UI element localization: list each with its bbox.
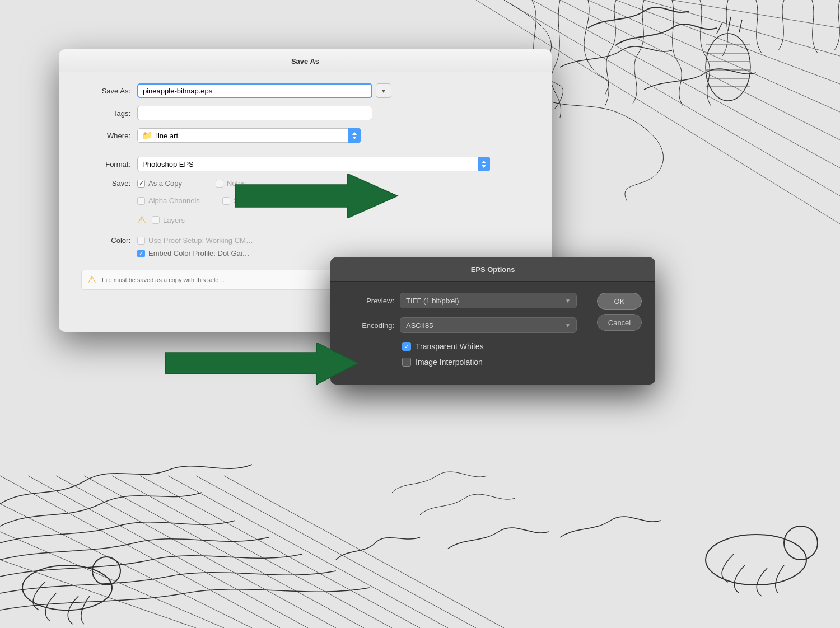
format-row: Format: Photoshop EPS xyxy=(81,157,529,171)
filename-dropdown-btn[interactable]: ▼ xyxy=(376,83,391,98)
format-select[interactable]: Photoshop EPS xyxy=(137,157,478,171)
transparent-whites-row: ✓ Transparent Whites xyxy=(402,342,577,351)
save-as-row: Save As: ▼ xyxy=(81,83,529,98)
embed-color-checkbox[interactable]: ✓ xyxy=(137,250,145,257)
warning-bar-icon: ⚠ xyxy=(87,274,96,286)
embed-color-label: Embed Color Profile: Dot Gai… xyxy=(148,249,250,257)
encoding-dropdown-icon: ▼ xyxy=(565,322,571,329)
encoding-row: Encoding: ASCII85 ▼ xyxy=(344,317,577,333)
transparent-whites-checkbox[interactable]: ✓ xyxy=(402,342,411,351)
dialog-title: Save As xyxy=(291,57,319,65)
as-a-copy-label: As a Copy xyxy=(148,179,182,188)
format-stepper-down-icon xyxy=(482,165,486,168)
spot-colors-row: Spot Colors xyxy=(222,196,272,205)
transparent-whites-label: Transparent Whites xyxy=(416,342,484,351)
eps-ok-button[interactable]: OK xyxy=(597,293,642,310)
filename-input[interactable] xyxy=(137,83,372,98)
eps-cancel-button[interactable]: Cancel xyxy=(597,314,642,331)
embed-color-row: ✓ Embed Color Profile: Dot Gai… xyxy=(137,249,253,257)
encoding-select[interactable]: ASCII85 ▼ xyxy=(400,317,577,333)
spot-colors-checkbox[interactable] xyxy=(222,197,230,205)
image-interpolation-row: Image Interpolation xyxy=(402,358,577,367)
use-proof-row: Use Proof Setup: Working CM… xyxy=(137,236,253,245)
save-section: Save: ✓ As a Copy Notes Alpha Channel xyxy=(81,179,529,228)
where-row: Where: 📁 line art xyxy=(81,128,529,143)
chevron-down-icon: ▼ xyxy=(381,88,386,94)
where-value: line art xyxy=(156,132,345,140)
notes-label: Notes xyxy=(227,179,246,188)
stepper-down-icon xyxy=(352,137,357,139)
preview-value: TIFF (1 bit/pixel) xyxy=(406,297,459,305)
eps-dialog-titlebar: EPS Options xyxy=(330,257,655,282)
folder-icon: 📁 xyxy=(142,130,153,140)
layers-checkbox[interactable] xyxy=(152,216,160,224)
eps-buttons: OK Cancel xyxy=(597,293,642,331)
eps-dialog-title: EPS Options xyxy=(471,265,515,274)
where-label: Where: xyxy=(81,132,137,140)
tags-label: Tags: xyxy=(81,109,137,118)
use-proof-checkbox[interactable] xyxy=(137,237,145,245)
encoding-label: Encoding: xyxy=(344,321,394,330)
preview-label: Preview: xyxy=(344,297,394,305)
where-select[interactable]: 📁 line art xyxy=(137,128,361,143)
stepper-up-icon xyxy=(352,132,357,135)
preview-select[interactable]: TIFF (1 bit/pixel) ▼ xyxy=(400,293,577,308)
preview-row: Preview: TIFF (1 bit/pixel) ▼ xyxy=(344,293,577,308)
tags-row: Tags: xyxy=(81,106,529,120)
alpha-channels-row: Alpha Channels xyxy=(137,196,200,205)
image-interpolation-label: Image Interpolation xyxy=(416,358,483,367)
use-proof-label: Use Proof Setup: Working CM… xyxy=(148,236,253,245)
save-label: Save: xyxy=(81,179,137,188)
filename-label: Save As: xyxy=(81,87,137,95)
format-label: Format: xyxy=(81,160,137,168)
as-a-copy-row: ✓ As a Copy xyxy=(137,179,182,188)
eps-fields: Preview: TIFF (1 bit/pixel) ▼ Encoding: … xyxy=(344,293,577,373)
format-value: Photoshop EPS xyxy=(142,160,194,168)
layers-row: Layers xyxy=(152,216,185,224)
eps-content: Preview: TIFF (1 bit/pixel) ▼ Encoding: … xyxy=(344,293,642,373)
notes-row: Notes xyxy=(216,179,246,188)
preview-dropdown-icon: ▼ xyxy=(565,298,571,304)
alpha-channels-checkbox[interactable] xyxy=(137,197,145,205)
dialog-titlebar: Save As xyxy=(59,49,552,72)
format-stepper[interactable] xyxy=(478,157,490,171)
notes-checkbox[interactable] xyxy=(216,180,223,188)
encoding-value: ASCII85 xyxy=(406,321,433,330)
layers-label: Layers xyxy=(163,216,185,224)
color-label: Color: xyxy=(81,236,137,245)
format-stepper-up-icon xyxy=(482,161,486,163)
as-a-copy-checkbox[interactable]: ✓ xyxy=(137,180,145,188)
eps-options-dialog: EPS Options Preview: TIFF (1 bit/pixel) … xyxy=(330,257,655,385)
tags-input[interactable] xyxy=(137,106,372,120)
image-interpolation-checkbox[interactable] xyxy=(402,358,411,367)
layers-warning-icon: ⚠ xyxy=(137,214,146,226)
alpha-channels-label: Alpha Channels xyxy=(148,196,200,205)
spot-colors-label: Spot Colors xyxy=(234,196,272,205)
